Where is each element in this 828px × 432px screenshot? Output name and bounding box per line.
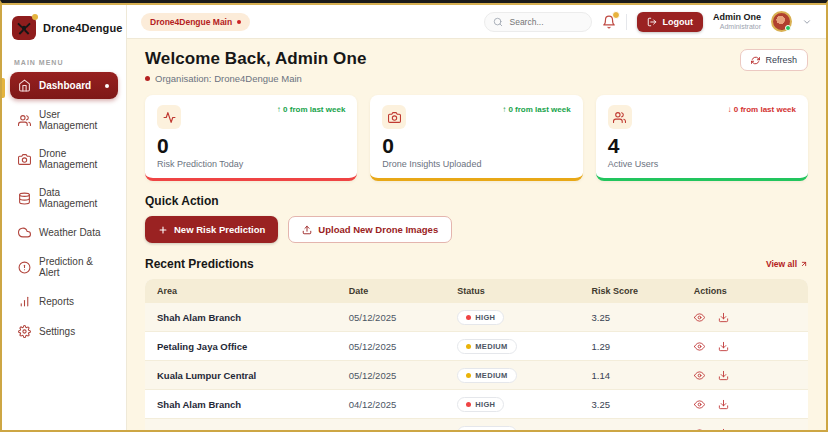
cell-date: 04/12/2025 [349,428,458,430]
sidebar-item-reports[interactable]: Reports [10,288,118,315]
table-row: Petaling Jaya Office 04/12/2025 MEDIUM 1… [145,419,808,430]
stat-value: 4 [608,134,796,157]
bar-chart-icon [18,295,31,308]
sidebar-item-user-management[interactable]: User Management [10,102,118,138]
stat-card-risk-predictions: ↑ 0 from last week 0 Risk Prediction Tod… [145,95,357,181]
refresh-label: Refresh [765,55,797,65]
sidebar-item-drone-management[interactable]: Drone Management [10,141,118,177]
eye-icon [694,312,705,323]
sidebar-item-weather-data[interactable]: Weather Data [10,219,118,246]
page-title: Welcome Back, Admin One [145,49,366,69]
sidebar-item-label: Data Management [39,187,110,209]
cell-risk-score: 3.25 [592,399,694,410]
trend-indicator: ↓ 0 from last week [728,105,796,114]
users-icon [18,114,31,127]
status-dot [466,373,471,378]
sidebar-item-label: Weather Data [39,227,101,238]
predictions-table: Area Date Status Risk Score Actions Shah… [145,279,808,430]
download-button[interactable] [718,341,729,352]
main-content: Welcome Back, Admin One Organisation: Dr… [127,39,826,430]
eye-icon [694,370,705,381]
upload-drone-images-label: Upload New Drone Images [318,224,438,235]
recent-predictions-section: Recent Predictions View all Area Date St… [145,257,808,430]
download-icon [718,428,729,430]
org-badge-label: Drone4Dengue Main [150,17,232,27]
user-role: Administrator [713,23,761,32]
cell-date: 04/12/2025 [349,399,458,410]
stat-label: Active Users [608,159,796,169]
header-divider [626,14,627,30]
online-status-dot [785,25,791,31]
sidebar-item-label: Drone Management [39,148,110,170]
avatar[interactable] [771,11,792,32]
sidebar-item-settings[interactable]: Settings [10,318,118,345]
sidebar-item-prediction-alert[interactable]: Prediction & Alert [10,249,118,285]
view-button[interactable] [694,370,705,381]
refresh-button[interactable]: Refresh [740,49,808,71]
top-header: Drone4Dengue Main Logout [127,5,826,39]
sidebar-item-label: Prediction & Alert [39,256,110,278]
sidebar-item-label: User Management [39,109,110,131]
sidebar: Drone4Dengue MAIN MENU Dashboard User Ma… [2,5,127,430]
stat-label: Drone Insights Uploaded [382,159,570,169]
logout-button[interactable]: Logout [637,12,703,32]
eye-icon [694,428,705,430]
status-dot [466,315,471,320]
new-risk-prediction-label: New Risk Prediction [174,224,265,235]
view-button[interactable] [694,312,705,323]
column-header-area: Area [157,286,349,296]
eye-icon [694,341,705,352]
cell-risk-score: 1.29 [592,341,694,352]
view-button[interactable] [694,399,705,410]
notification-badge [612,11,620,19]
active-item-indicator [2,78,5,98]
users-icon [608,105,632,129]
view-all-link[interactable]: View all [766,259,808,269]
sidebar-nav: Dashboard User Management Drone Manageme… [2,72,126,345]
view-all-label: View all [766,259,797,269]
camera-icon [18,153,31,166]
stat-label: Risk Prediction Today [157,159,345,169]
download-button[interactable] [718,370,729,381]
sidebar-item-label: Settings [39,326,75,337]
sidebar-item-dashboard[interactable]: Dashboard [10,72,118,99]
cell-area: Kuala Lumpur Central [157,370,349,381]
table-row: Kuala Lumpur Central 05/12/2025 MEDIUM 1… [145,361,808,390]
download-button[interactable] [718,428,729,430]
sidebar-item-data-management[interactable]: Data Management [10,180,118,216]
search-box [484,12,592,32]
download-button[interactable] [718,399,729,410]
search-icon [493,17,503,27]
stat-value: 0 [157,134,345,157]
stats-row: ↑ 0 from last week 0 Risk Prediction Tod… [145,95,808,181]
column-header-risk-score: Risk Score [592,286,694,296]
welcome-section: Welcome Back, Admin One Organisation: Dr… [145,49,808,84]
table-row: Petaling Jaya Office 05/12/2025 MEDIUM 1… [145,332,808,361]
search-input[interactable] [509,17,583,27]
status-dot [466,344,471,349]
table-header-row: Area Date Status Risk Score Actions [145,279,808,303]
stat-value: 0 [382,134,570,157]
org-badge[interactable]: Drone4Dengue Main [141,13,250,31]
quick-action-section: Quick Action New Risk Prediction Upload … [145,194,808,243]
arrow-up-right-icon [800,260,808,268]
eye-icon [694,399,705,410]
new-risk-prediction-button[interactable]: New Risk Prediction [145,216,278,243]
trend-indicator: ↑ 0 from last week [277,105,345,114]
upload-drone-images-button[interactable]: Upload New Drone Images [288,216,452,243]
home-icon [18,79,31,92]
download-button[interactable] [718,312,729,323]
logo-notification-dot [32,14,38,20]
plus-icon [158,225,168,235]
view-button[interactable] [694,428,705,430]
cell-date: 05/12/2025 [349,341,458,352]
cell-area: Petaling Jaya Office [157,428,349,430]
status-badge: MEDIUM [457,339,516,354]
status-badge: MEDIUM [457,368,516,383]
notifications-button[interactable] [602,15,616,29]
chevron-down-icon [802,17,812,27]
view-button[interactable] [694,341,705,352]
activity-icon [157,105,181,129]
user-menu-button[interactable] [802,17,812,27]
stat-card-active-users: ↓ 0 from last week 4 Active Users [596,95,808,181]
